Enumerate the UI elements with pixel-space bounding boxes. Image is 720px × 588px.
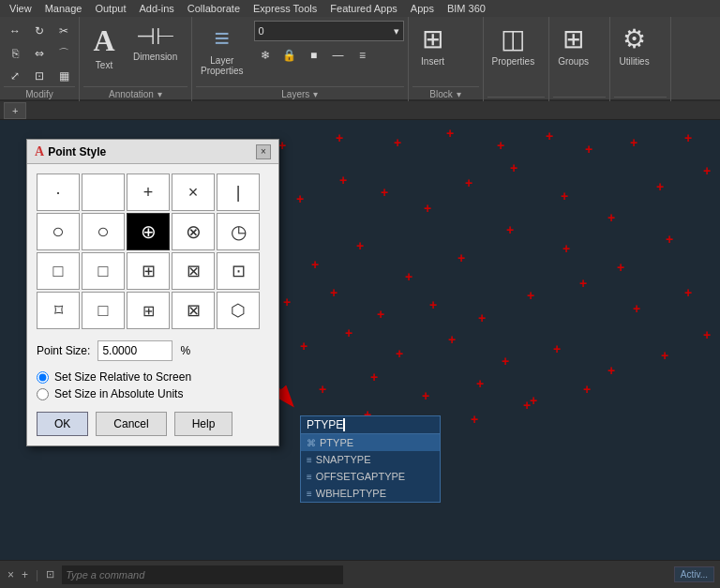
point-size-input[interactable]	[98, 340, 172, 361]
layer-linetype-icon[interactable]: —	[327, 45, 350, 66]
text-button[interactable]: A Text	[83, 21, 125, 73]
point-style-r4c3[interactable]: ⊞	[127, 292, 170, 329]
ribbon: ↔ ↻ ✂ ⎘ ⇔ ⌒ ⤢ ⊡ ▦ Modify	[0, 17, 720, 101]
block-label[interactable]: Block ▾	[412, 86, 479, 101]
groups-button[interactable]: ⊞ Groups	[553, 21, 594, 69]
menu-view[interactable]: View	[4, 0, 38, 17]
cross-marker-27: +	[617, 261, 624, 274]
layer-freeze-icon[interactable]: ❄	[254, 45, 277, 66]
ribbon-modify-group: ↔ ↻ ✂ ⎘ ⇔ ⌒ ⤢ ⊡ ▦ Modify	[0, 17, 80, 101]
autocomplete-item-0[interactable]: ⌘ PTYPE	[301, 434, 440, 451]
copy-icon[interactable]: ⎘	[4, 43, 26, 64]
cross-marker-44: +	[608, 364, 615, 377]
stretch-icon[interactable]: ⤢	[4, 66, 26, 86]
point-style-sq2[interactable]: □	[82, 252, 125, 290]
dimension-button[interactable]: ⊣⊢ Dimension	[128, 21, 182, 65]
dialog-close-button[interactable]: ×	[256, 144, 271, 159]
dialog-titlebar: A Point Style ×	[27, 140, 278, 164]
modify-label[interactable]: Modify	[4, 86, 75, 101]
layer-dropdown[interactable]: 0 ▾	[254, 21, 404, 41]
cross-marker-49: +	[422, 389, 429, 402]
cross-marker-36: +	[633, 302, 640, 315]
point-style-sq-grid[interactable]: ⊞	[127, 252, 170, 290]
cross-marker-47: +	[319, 383, 326, 396]
autocomplete-label-0: PTYPE	[320, 437, 353, 448]
layer-color-icon[interactable]: ■	[303, 45, 325, 66]
menu-bim360[interactable]: BIM 360	[442, 0, 491, 17]
cross-marker-38: +	[300, 339, 308, 353]
point-style-circle-x[interactable]: ⊗	[172, 213, 215, 250]
cross-marker-0: +	[278, 139, 286, 152]
layer-lock-icon[interactable]: 🔒	[278, 45, 301, 66]
array-icon[interactable]: ▦	[52, 66, 75, 86]
utilities-button[interactable]: ⚙ Utilities	[614, 21, 655, 69]
annotation-label[interactable]: Annotation ▾	[83, 86, 188, 101]
new-tab-button[interactable]: +	[4, 102, 26, 119]
point-style-empty[interactable]	[82, 173, 125, 211]
menu-manage[interactable]: Manage	[39, 0, 88, 17]
command-input[interactable]	[62, 565, 343, 584]
cross-marker-14: +	[465, 176, 472, 189]
menu-output[interactable]: Output	[89, 0, 131, 17]
point-style-sq1[interactable]: □	[37, 252, 80, 290]
menu-collaborate[interactable]: Collaborate	[182, 0, 246, 17]
autocomplete-item-2[interactable]: ≡ OFFSETGAPTYPE	[301, 468, 440, 485]
properties-icon: ◫	[501, 23, 525, 54]
point-style-circle[interactable]: ○	[37, 213, 80, 250]
point-style-circle2[interactable]: ○	[82, 213, 125, 250]
radio-relative-label: Set Size Relative to Screen	[54, 370, 191, 384]
point-style-circle-clock[interactable]: ◷	[217, 213, 260, 250]
autocomplete-input-text: PTYPE	[307, 418, 343, 431]
point-style-line[interactable]: |	[217, 173, 260, 211]
cross-marker-5: +	[546, 129, 553, 143]
layer-properties-button[interactable]: ≡ Layer Properties	[196, 21, 248, 79]
status-model-icon: ⊡	[46, 568, 54, 580]
autocomplete-cursor	[343, 418, 345, 431]
trim-icon[interactable]: ✂	[52, 21, 75, 41]
cross-marker-25: +	[506, 223, 514, 236]
point-style-r4c4[interactable]: ⊠	[172, 292, 215, 329]
menu-apps[interactable]: Apps	[405, 0, 440, 17]
layers-dropdown-arrow: ▾	[313, 89, 318, 99]
point-style-sq-x[interactable]: ⊠	[172, 252, 215, 290]
cross-marker-7: +	[630, 136, 638, 149]
cross-marker-57: +	[523, 399, 531, 412]
properties-button[interactable]: ◫ Properties	[488, 21, 540, 69]
point-style-r4c2[interactable]: □	[82, 292, 125, 329]
layer-lineweight-icon[interactable]: ≡	[352, 45, 374, 66]
radio-absolute[interactable]	[37, 388, 49, 400]
cross-marker-3: +	[446, 127, 454, 140]
point-style-plus[interactable]: +	[127, 173, 170, 211]
status-icon-1: ×	[8, 568, 14, 581]
scale-icon[interactable]: ⊡	[28, 66, 51, 86]
dialog-title-text: Point Style	[48, 145, 106, 158]
point-style-r4c1[interactable]: ⌑	[37, 292, 80, 329]
cross-marker-28: +	[666, 233, 673, 246]
mirror-icon[interactable]: ⇔	[28, 43, 51, 64]
cross-marker-32: +	[429, 298, 437, 311]
point-style-x[interactable]: ×	[172, 173, 215, 211]
fillet-icon[interactable]: ⌒	[52, 43, 75, 64]
menu-express-tools[interactable]: Express Tools	[248, 0, 322, 17]
radio-row-2: Set Size in Absolute Units	[37, 387, 269, 400]
cross-marker-23: +	[405, 270, 412, 283]
menu-featured-apps[interactable]: Featured Apps	[324, 0, 403, 17]
point-style-dot[interactable]: ·	[37, 173, 80, 211]
menu-addins[interactable]: Add-ins	[133, 0, 179, 17]
point-style-circle-plus[interactable]: ⊕	[127, 213, 170, 250]
help-button[interactable]: Help	[174, 412, 233, 436]
point-style-r4c5[interactable]: ⬡	[217, 292, 260, 329]
cancel-button[interactable]: Cancel	[96, 412, 166, 436]
ok-button[interactable]: OK	[37, 412, 88, 436]
autocomplete-item-1[interactable]: ≡ SNAPTYPE	[301, 451, 440, 468]
cross-marker-46: +	[703, 328, 711, 341]
insert-button[interactable]: ⊞ Insert	[412, 21, 454, 69]
layer-dropdown-arrow: ▾	[394, 25, 399, 38]
layers-label[interactable]: Layers ▾	[196, 86, 404, 101]
move-icon[interactable]: ↔	[4, 21, 26, 41]
rotate-icon[interactable]: ↻	[28, 21, 51, 41]
radio-relative[interactable]	[37, 371, 49, 384]
point-style-sq-circle[interactable]: ⊡	[217, 252, 260, 290]
autocomplete-item-3[interactable]: ≡ WBHELPTYPE	[301, 485, 440, 502]
properties-group-label	[488, 97, 545, 101]
